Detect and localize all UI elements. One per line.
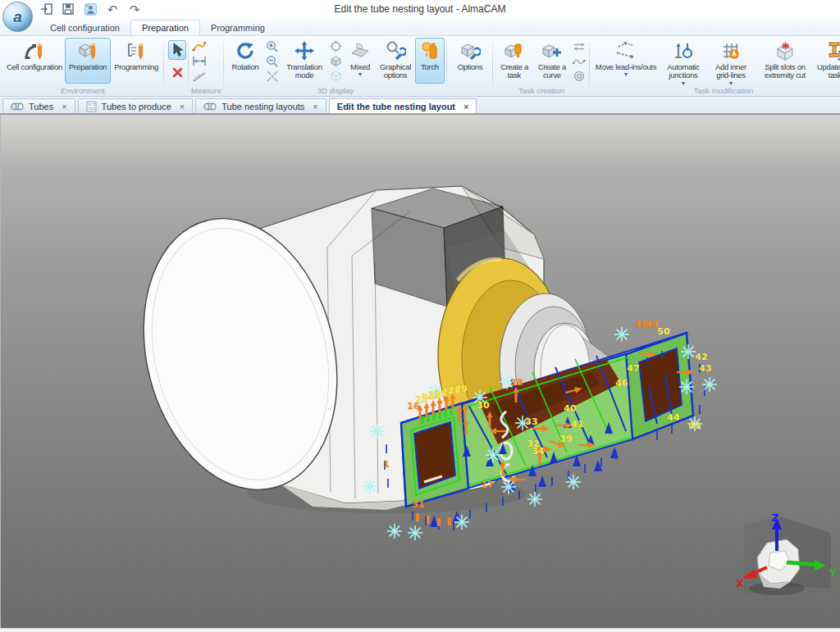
magnifier-wrench-icon xyxy=(385,40,406,61)
rotation-button[interactable]: Rotation xyxy=(226,38,264,84)
lead-in-star-marker[interactable] xyxy=(370,424,385,439)
measure-distance-button[interactable] xyxy=(192,54,207,68)
task-number-label[interactable]: 47 xyxy=(627,363,639,374)
delete-selection-button[interactable] xyxy=(168,62,186,82)
torch-icon xyxy=(419,40,441,61)
close-tab-icon[interactable]: × xyxy=(313,102,317,111)
task-number-label[interactable]: 43 xyxy=(699,363,711,374)
junction-cone-marker[interactable] xyxy=(610,447,619,458)
lead-in-star-marker[interactable] xyxy=(486,448,500,462)
torch-button[interactable]: Torch xyxy=(415,38,445,84)
close-tab-icon[interactable]: × xyxy=(463,102,468,111)
lead-in-star-marker[interactable] xyxy=(408,525,422,540)
gizmo-x-label: X xyxy=(736,578,744,589)
code-pencil-icon xyxy=(126,40,147,61)
group-label-environment: Environment xyxy=(4,85,162,96)
junction-cone-marker[interactable] xyxy=(430,516,438,527)
gridlines-icon xyxy=(720,40,742,61)
task-number-label[interactable]: 39 xyxy=(559,434,572,444)
create-curve-button[interactable]: Create a curve xyxy=(533,38,571,84)
measure-curve-button[interactable] xyxy=(192,39,207,53)
graphical-options-button[interactable]: Graphical options xyxy=(376,38,415,84)
task-number-label[interactable]: 50 xyxy=(657,326,670,337)
cell-configuration-button[interactable]: Cell configuration xyxy=(4,38,65,84)
task-number-label[interactable]: 45 xyxy=(688,421,701,431)
task-number-label[interactable]: 46 xyxy=(615,378,628,389)
move-leadins-caret: ▾ xyxy=(624,71,628,78)
orientation-gizmo[interactable]: X Y Z xyxy=(736,512,836,595)
junction-cone-marker[interactable] xyxy=(538,475,546,487)
cube-3d-icon xyxy=(330,70,342,82)
task-number-label[interactable]: 33 xyxy=(525,416,537,427)
select-pointer-button[interactable] xyxy=(168,40,186,60)
cube-small-icon xyxy=(330,55,342,67)
lead-in-star-marker[interactable] xyxy=(566,475,581,489)
programming-button[interactable]: Programming xyxy=(111,38,162,84)
document-tab-bar: Tubes × Tubes to produce × Tube nesting … xyxy=(0,97,840,114)
zoom-in-button[interactable] xyxy=(265,39,280,53)
ribbon-tab-preparation[interactable]: Preparation xyxy=(130,20,200,35)
ribbon-tab-cell-configuration[interactable]: Cell configuration xyxy=(39,20,130,35)
view-circle-button[interactable] xyxy=(329,39,344,53)
split-slots-button[interactable]: Split slots on extremity cut xyxy=(755,38,815,84)
machine-head[interactable] xyxy=(116,186,632,513)
mixed-view-icon xyxy=(349,40,371,61)
view-3d-disabled-button[interactable] xyxy=(329,69,344,83)
lead-in-star-marker[interactable] xyxy=(387,524,402,539)
curve-wave-button[interactable] xyxy=(572,54,587,68)
zoom-in-icon xyxy=(266,40,279,53)
move-leadins-button[interactable]: Move lead-ins/outs ▾ xyxy=(592,38,660,84)
update-bar-task-button[interactable]: Update bar task xyxy=(815,38,840,84)
preparation-button[interactable]: Preparation xyxy=(65,38,111,84)
options-button[interactable]: Options xyxy=(450,38,491,84)
create-task-button[interactable]: Create a task xyxy=(495,38,533,84)
mixed-caret: ▾ xyxy=(358,71,362,78)
concentric-circles-button[interactable] xyxy=(572,69,587,83)
doc-tab-tubes[interactable]: Tubes × xyxy=(2,98,75,113)
lead-in-star-marker[interactable] xyxy=(614,327,629,342)
task-number-label[interactable]: 30 xyxy=(477,400,490,411)
task-number-label[interactable]: 41 xyxy=(571,419,583,430)
measure-angle-button[interactable] xyxy=(192,69,207,83)
doc-tab-tubes-to-produce[interactable]: Tubes to produce × xyxy=(78,98,194,113)
lead-in-star-marker[interactable] xyxy=(702,377,717,392)
add-inner-gridlines-button[interactable]: Add inner grid-lines ▾ xyxy=(707,38,755,84)
gizmo-y-axis[interactable] xyxy=(787,562,818,565)
lead-in-star-marker[interactable] xyxy=(681,344,696,359)
lead-in-star-marker[interactable] xyxy=(679,380,694,394)
almacam-logo[interactable]: a xyxy=(2,2,33,32)
doc-tab-tube-nesting-layouts[interactable]: Tube nesting layouts × xyxy=(195,98,326,113)
task-number-label[interactable]: 44 xyxy=(667,412,680,423)
lead-in-star-marker[interactable] xyxy=(501,480,516,494)
view-cube-button[interactable] xyxy=(329,54,344,68)
translation-mode-button[interactable]: Translation mode xyxy=(281,38,328,84)
task-number-label[interactable]: 40 xyxy=(564,403,577,414)
zoom-fit-button[interactable] xyxy=(265,69,280,83)
ribbon-group-task-creation: Create a task Create a curve Tas xyxy=(493,38,590,96)
cube-wrench-icon xyxy=(459,40,481,61)
task-number-label[interactable]: 17 xyxy=(481,480,493,490)
window-title: Edit the tube nesting layout - AlmaCAM xyxy=(0,3,840,15)
mixed-dropdown-button[interactable]: Mixed ▾ xyxy=(345,38,376,84)
task-number-label[interactable]: 38 xyxy=(510,377,523,388)
3d-viewport[interactable]: 1162324252627282930311738333234394041464… xyxy=(0,114,840,628)
lead-in-star-marker[interactable] xyxy=(363,479,377,493)
doc-tab-edit-tube-nesting-layout[interactable]: Edit the tube nesting layout × xyxy=(329,98,477,113)
title-bar: a ↶ ↷ Edit the tube nesting layout - Alm… xyxy=(0,0,840,18)
zoom-out-button[interactable] xyxy=(265,54,280,68)
lead-in-star-marker[interactable] xyxy=(527,492,542,507)
task-number-label[interactable]: 29 xyxy=(454,384,467,394)
scene-svg[interactable]: 1162324252627282930311738333234394041464… xyxy=(1,115,840,629)
automatic-junctions-button[interactable]: Automatic junctions ▾ xyxy=(660,38,707,84)
crosshair-circle-icon xyxy=(330,40,342,52)
task-number-label[interactable]: 42 xyxy=(695,352,707,362)
lead-in-star-marker[interactable] xyxy=(454,515,469,530)
close-tab-icon[interactable]: × xyxy=(62,102,66,111)
cube-pencil-icon xyxy=(77,40,98,61)
task-number-label[interactable]: 1 xyxy=(383,459,390,470)
reverse-direction-button[interactable] xyxy=(572,39,587,53)
task-number-label[interactable]: 31 xyxy=(412,499,424,510)
close-tab-icon[interactable]: × xyxy=(180,102,185,111)
task-number-label[interactable]: 34 xyxy=(532,446,545,457)
ribbon-tab-programming[interactable]: Programming xyxy=(200,20,276,35)
